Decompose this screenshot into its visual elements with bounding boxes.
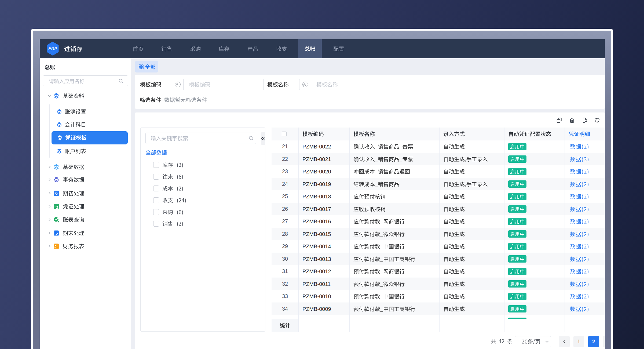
svg-text:ERP: ERP: [48, 46, 57, 51]
